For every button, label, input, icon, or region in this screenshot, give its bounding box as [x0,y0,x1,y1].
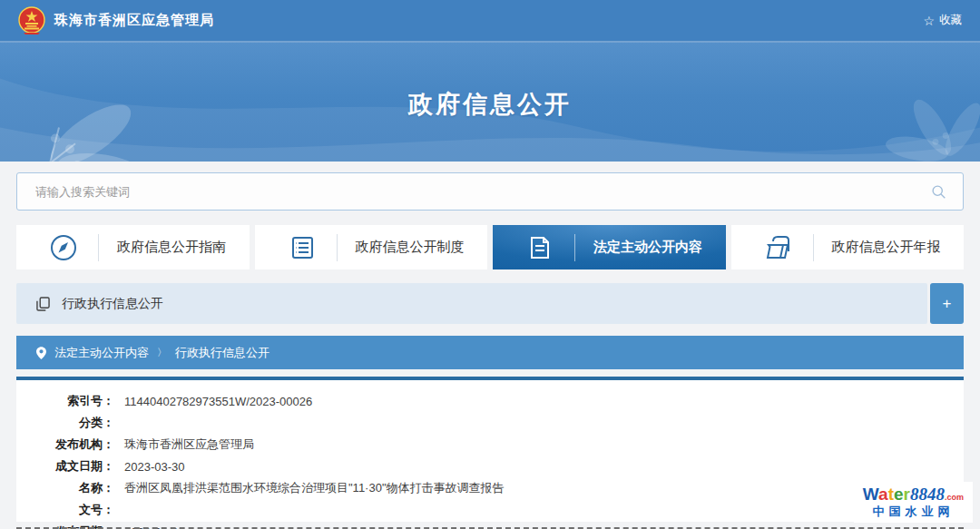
field-label: 发布机构： [16,436,114,453]
tab-separator [813,234,814,261]
tab-label: 政府信息公开指南 [117,239,226,256]
tab-disclosure-guide[interactable]: 政府信息公开指南 [16,225,250,269]
search-icon[interactable] [926,179,951,204]
field-row: 分类： [16,412,964,434]
field-row: 成文日期： 2023-03-30 [16,456,964,477]
page-title: 政府信息公开 [0,88,980,121]
field-value: 珠海市香洲区应急管理局 [124,436,254,453]
breadcrumb: 法定主动公开内容 〉 行政执行信息公开 [16,336,964,369]
tab-label: 法定主动公开内容 [593,239,702,256]
tab-separator [98,234,99,261]
page-banner: 政府信息公开 [0,41,980,162]
list-document-icon [288,233,317,262]
tab-label: 政府信息公开年报 [832,239,941,256]
watermark-brand: Water8848.com [863,485,964,505]
field-row: 索引号： 11440402782973551W/2023-00026 [16,390,964,412]
field-label: 索引号： [16,393,114,409]
field-row: 文号： [16,499,964,521]
tabs: 政府信息公开指南 政府信息公开制度 法定主动公开内容 政府信息公开年报 [16,225,964,269]
field-label: 名称： [16,480,114,496]
section-title: 行政执行信息公开 [62,296,163,312]
tab-label: 政府信息公开制度 [356,239,465,256]
copy-icon [36,297,50,311]
folder-icon [764,233,793,262]
expand-button[interactable]: + [930,283,964,324]
favorite-label: 收藏 [939,13,962,28]
watermark-number: 8848 [910,485,945,504]
tab-separator [574,234,575,261]
field-label: 分类： [16,415,114,431]
breadcrumb-item-statutory[interactable]: 法定主动公开内容 [54,345,149,361]
star-icon: ☆ [923,15,935,27]
tab-disclosure-system[interactable]: 政府信息公开制度 [255,225,488,269]
document-detail-panel: 索引号： 11440402782973551W/2023-00026 分类： 发… [16,377,964,522]
section-admin-enforcement[interactable]: 行政执行信息公开 [16,283,927,324]
field-value: 11440402782973551W/2023-00026 [124,395,312,408]
section-row: 行政执行信息公开 + [16,283,964,324]
document-icon [525,233,554,262]
site-title: 珠海市香洲区应急管理局 [54,12,214,29]
water8848-watermark: Water8848.com 中国水业网 [854,482,973,523]
tab-statutory-disclosure[interactable]: 法定主动公开内容 [493,225,726,269]
compass-icon [49,233,78,262]
breadcrumb-item-admin-enforcement[interactable]: 行政执行信息公开 [175,345,270,361]
search-bar [16,172,964,211]
favorite-button[interactable]: ☆ 收藏 [923,13,962,28]
field-row: 名称： 香洲区凤凰排洪渠范围水环境综合治理项目"11·30"物体打击事故调查报告 [16,477,964,499]
tab-annual-report[interactable]: 政府信息公开年报 [731,225,965,269]
top-header: 珠海市香洲区应急管理局 ☆ 收藏 [0,0,980,41]
tab-separator [337,234,338,261]
watermark-subtitle: 中国水业网 [863,505,964,519]
field-label: 成文日期： [16,458,114,475]
field-value: 2023-03-30 [124,460,185,474]
national-emblem-icon [18,6,45,35]
field-row: 发布机构： 珠海市香洲区应急管理局 [16,434,964,456]
watermark-tld: .com [945,493,964,502]
breadcrumb-separator: 〉 [157,346,167,359]
search-input[interactable] [16,172,964,211]
field-label: 文号： [16,502,114,518]
watermark-letters: Water [863,485,910,504]
field-value: 香洲区凤凰排洪渠范围水环境综合治理项目"11·30"物体打击事故调查报告 [124,480,505,496]
location-pin-icon [36,347,46,359]
